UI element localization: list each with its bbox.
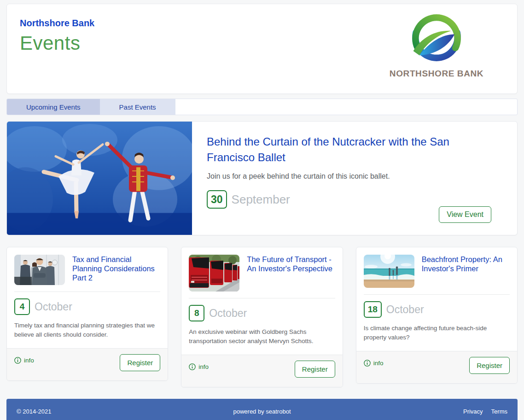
featured-event-body: Behind the Curtain of the Nutcracker wit… xyxy=(192,122,517,235)
tab-past-events[interactable]: Past Events xyxy=(100,99,175,115)
event-title[interactable]: The Future of Transport - An Investor's … xyxy=(247,255,335,273)
info-label: info xyxy=(24,357,34,364)
divider xyxy=(14,292,160,292)
tab-upcoming-events[interactable]: Upcoming Events xyxy=(7,99,100,115)
events-page: Northshore Bank Events xyxy=(6,0,518,420)
info-icon xyxy=(14,357,21,364)
event-date: 8 October xyxy=(189,305,335,321)
event-card-footer: info Register xyxy=(181,355,342,387)
event-month: October xyxy=(386,303,424,316)
event-month: October xyxy=(35,301,72,313)
event-card-list: Tax and Financial Planning Consideration… xyxy=(6,247,518,387)
view-event-button[interactable]: View Event xyxy=(439,206,491,223)
register-button[interactable]: Register xyxy=(469,357,510,374)
divider xyxy=(364,294,510,295)
event-title[interactable]: Beachfront Property: An Investor's Prime… xyxy=(422,255,510,273)
event-card-beachfront-property: Beachfront Property: An Investor's Prime… xyxy=(356,247,518,384)
info-label: info xyxy=(373,360,384,367)
event-description: Is climate change affecting future beach… xyxy=(364,324,510,342)
event-thumbnail-trucks-image xyxy=(189,255,239,292)
featured-event-image xyxy=(7,122,192,235)
info-icon xyxy=(364,360,371,367)
event-date: 18 October xyxy=(364,301,510,318)
event-day-badge: 18 xyxy=(364,301,382,318)
privacy-link[interactable]: Privacy xyxy=(463,408,483,415)
header: Northshore Bank Events xyxy=(6,4,518,94)
info-label: info xyxy=(198,363,209,370)
event-card-footer: info Register xyxy=(356,351,517,383)
event-card-tax-planning: Tax and Financial Planning Consideration… xyxy=(6,247,168,381)
footer-copyright: © 2014-2021 xyxy=(17,408,180,415)
bank-logo: NORTHSHORE BANK xyxy=(388,12,485,79)
event-card-future-of-transport: The Future of Transport - An Investor's … xyxy=(181,247,343,387)
event-month: October xyxy=(209,307,247,320)
featured-event-title[interactable]: Behind the Curtain of the Nutcracker wit… xyxy=(207,134,476,165)
event-card-footer: info Register xyxy=(7,348,168,380)
register-button[interactable]: Register xyxy=(120,354,160,371)
event-description: Timely tax and financial planning strate… xyxy=(14,321,160,339)
event-thumbnail-office-image xyxy=(14,255,65,285)
register-button[interactable]: Register xyxy=(295,361,335,378)
event-day-badge: 8 xyxy=(189,305,204,321)
featured-event-day-badge: 30 xyxy=(207,190,227,209)
footer: © 2014-2021 powered by seatrobot Privacy… xyxy=(6,399,518,420)
tab-bar: Upcoming Events Past Events xyxy=(6,99,518,115)
bank-logo-icon xyxy=(390,12,483,68)
info-link[interactable]: info xyxy=(364,360,384,367)
featured-event-description: Join us for a peek behind the curtain of… xyxy=(207,172,491,181)
event-date: 4 October xyxy=(14,298,160,315)
featured-event-month: September xyxy=(232,192,290,207)
footer-links: Privacy Terms xyxy=(344,408,507,415)
event-thumbnail-beach-image xyxy=(364,255,414,288)
event-title[interactable]: Tax and Financial Planning Consideration… xyxy=(72,255,160,282)
event-description: An exclusive webinar with Goldberg Sachs… xyxy=(189,327,335,345)
info-icon xyxy=(189,363,196,370)
featured-event-card: Behind the Curtain of the Nutcracker wit… xyxy=(6,121,518,235)
bank-logo-wordmark: NORTHSHORE BANK xyxy=(388,69,485,79)
footer-powered-by: powered by seatrobot xyxy=(180,408,344,415)
divider xyxy=(189,298,335,298)
terms-link[interactable]: Terms xyxy=(491,408,507,415)
event-day-badge: 4 xyxy=(14,298,30,315)
info-link[interactable]: info xyxy=(14,357,34,364)
info-link[interactable]: info xyxy=(189,363,209,370)
